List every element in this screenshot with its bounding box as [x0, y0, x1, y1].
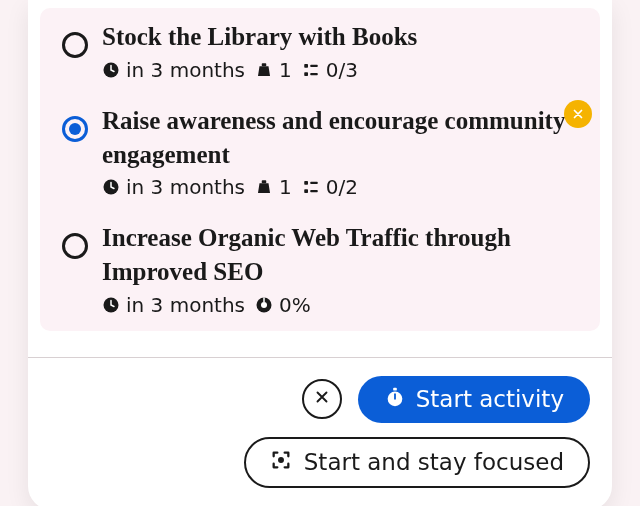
objective-title: Stock the Library with Books: [102, 20, 578, 54]
svg-point-18: [279, 458, 283, 462]
meta-progress-text: 0/2: [326, 175, 358, 199]
meta-weight: 1: [255, 58, 292, 82]
meta-weight: 1: [255, 175, 292, 199]
radio-unchecked-icon[interactable]: [62, 233, 88, 259]
checklist-icon: [302, 178, 320, 196]
meta-weight-text: 1: [279, 175, 292, 199]
meta-progress: 0/2: [302, 175, 358, 199]
objective-item[interactable]: Stock the Library with Books in 3 months…: [40, 8, 600, 92]
svg-rect-2: [304, 64, 308, 68]
stopwatch-icon: [384, 386, 406, 413]
meta-time-text: in 3 months: [126, 58, 245, 82]
svg-rect-4: [310, 65, 318, 67]
svg-point-14: [261, 302, 267, 308]
start-focused-button[interactable]: Start and stay focused: [244, 437, 590, 488]
meta-time-text: in 3 months: [126, 293, 245, 317]
svg-rect-10: [310, 182, 318, 184]
objective-content: Stock the Library with Books in 3 months…: [102, 20, 578, 82]
svg-rect-9: [304, 190, 308, 194]
radio-checked-icon[interactable]: [62, 116, 88, 142]
objective-item[interactable]: Increase Organic Web Traffic through Imp…: [40, 209, 600, 331]
meta-time: in 3 months: [102, 58, 245, 82]
objective-content: Increase Organic Web Traffic through Imp…: [102, 221, 578, 317]
objective-title: Increase Organic Web Traffic through Imp…: [102, 221, 578, 289]
meta-progress: 0/3: [302, 58, 358, 82]
svg-rect-15: [263, 297, 265, 302]
meta-percent-text: 0%: [279, 293, 311, 317]
activity-picker-modal: Stock the Library with Books in 3 months…: [28, 0, 612, 506]
actions: Start activity Start and stay focused: [28, 358, 612, 506]
focus-icon: [270, 449, 292, 476]
objective-item[interactable]: Raise awareness and encourage community …: [40, 92, 600, 210]
actions-row: Start activity: [302, 376, 590, 423]
meta-time-text: in 3 months: [126, 175, 245, 199]
objective-content: Raise awareness and encourage community …: [102, 104, 578, 200]
radio-unchecked-icon[interactable]: [62, 32, 88, 58]
gauge-icon: [255, 296, 273, 314]
start-focused-label: Start and stay focused: [304, 449, 564, 475]
meta-progress-text: 0/3: [326, 58, 358, 82]
close-button[interactable]: [302, 379, 342, 419]
clock-icon: [102, 296, 120, 314]
meta-percent: 0%: [255, 293, 311, 317]
weight-icon: [255, 61, 273, 79]
meta-time: in 3 months: [102, 175, 245, 199]
objective-list: Stock the Library with Books in 3 months…: [28, 0, 612, 339]
weight-icon: [255, 178, 273, 196]
start-activity-button[interactable]: Start activity: [358, 376, 590, 423]
remove-selection-button[interactable]: [564, 100, 592, 128]
meta-time: in 3 months: [102, 293, 245, 317]
clock-icon: [102, 178, 120, 196]
svg-rect-5: [310, 73, 318, 75]
objective-meta: in 3 months 0%: [102, 293, 578, 317]
x-icon: [313, 388, 331, 410]
svg-rect-8: [304, 181, 308, 185]
start-activity-label: Start activity: [416, 386, 564, 412]
objective-meta: in 3 months 1 0/2: [102, 175, 578, 199]
svg-rect-11: [310, 190, 318, 192]
clock-icon: [102, 61, 120, 79]
meta-weight-text: 1: [279, 58, 292, 82]
svg-rect-3: [304, 72, 308, 76]
svg-rect-7: [262, 181, 267, 184]
svg-rect-17: [393, 388, 397, 391]
objective-meta: in 3 months 1 0/3: [102, 58, 578, 82]
objective-title: Raise awareness and encourage community …: [102, 104, 578, 172]
close-icon: [571, 107, 585, 121]
checklist-icon: [302, 61, 320, 79]
svg-rect-1: [262, 63, 267, 66]
